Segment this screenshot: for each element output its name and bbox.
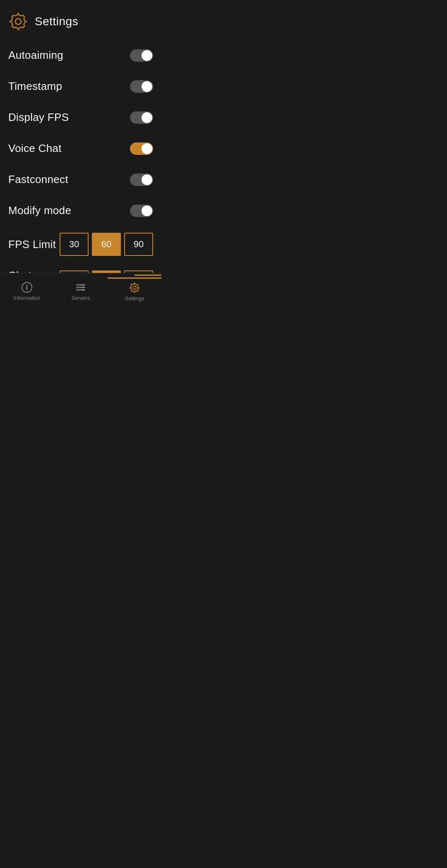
fps-90-button[interactable]: 90 <box>124 233 153 256</box>
nav-servers[interactable]: Servers <box>54 278 108 304</box>
nav-servers-label: Servers <box>72 295 90 301</box>
timestamp-knob <box>142 81 152 92</box>
autoaiming-label: Autoaiming <box>8 49 63 62</box>
autoaiming-knob <box>142 50 152 61</box>
fastconnect-toggle[interactable] <box>130 174 153 186</box>
nav-information[interactable]: Information <box>0 278 54 304</box>
voice-chat-toggle[interactable] <box>130 142 153 155</box>
voice-chat-label: Voice Chat <box>8 142 62 155</box>
fps-limit-label: FPS Limit <box>8 238 56 251</box>
header: Settings <box>0 0 161 40</box>
nav-information-label: Information <box>13 295 40 301</box>
nav-settings-label: Settings <box>125 295 144 301</box>
setting-voice-chat: Voice Chat <box>8 133 153 164</box>
timestamp-toggle[interactable] <box>130 80 153 93</box>
setting-autoaiming: Autoaiming <box>8 40 153 71</box>
settings-nav-icon <box>129 282 140 294</box>
modify-mode-toggle[interactable] <box>130 205 153 217</box>
display-fps-knob <box>142 112 152 123</box>
setting-display-fps: Display FPS <box>8 102 153 133</box>
display-fps-label: Display FPS <box>8 111 69 124</box>
setting-modify-mode: Modify mode <box>8 195 153 226</box>
bottom-nav: Information Servers Settings <box>0 273 161 313</box>
modify-mode-knob <box>142 205 152 216</box>
setting-timestamp: Timestamp <box>8 71 153 102</box>
svg-point-6 <box>82 284 84 286</box>
settings-list: Autoaiming Timestamp Display FPS Voice C… <box>0 40 161 273</box>
chat-strings-row: Chat strings 5 10 15 <box>8 263 153 273</box>
svg-point-7 <box>82 287 84 288</box>
information-icon <box>21 282 33 293</box>
app-container: Settings Autoaiming Timestamp Display FP… <box>0 0 161 313</box>
servers-icon <box>75 282 87 293</box>
display-fps-toggle[interactable] <box>130 111 153 124</box>
fps-30-button[interactable]: 30 <box>60 233 89 256</box>
svg-point-9 <box>133 286 136 289</box>
svg-point-8 <box>82 289 84 291</box>
modify-mode-label: Modify mode <box>8 204 71 217</box>
fastconnect-label: Fastconnect <box>8 173 68 186</box>
fps-60-button[interactable]: 60 <box>92 233 121 256</box>
chat-strings-label: Chat strings <box>8 269 60 273</box>
autoaiming-toggle[interactable] <box>130 49 153 62</box>
svg-point-2 <box>26 285 28 286</box>
fastconnect-knob <box>142 174 152 185</box>
setting-fastconnect: Fastconnect <box>8 164 153 195</box>
timestamp-label: Timestamp <box>8 80 62 93</box>
page-title: Settings <box>35 15 78 28</box>
fps-limit-row: FPS Limit 30 60 90 <box>8 226 153 263</box>
fps-limit-options: 30 60 90 <box>60 233 153 256</box>
nav-settings[interactable]: Settings <box>108 277 161 305</box>
settings-header-icon <box>8 12 28 31</box>
voice-chat-knob <box>142 143 152 154</box>
